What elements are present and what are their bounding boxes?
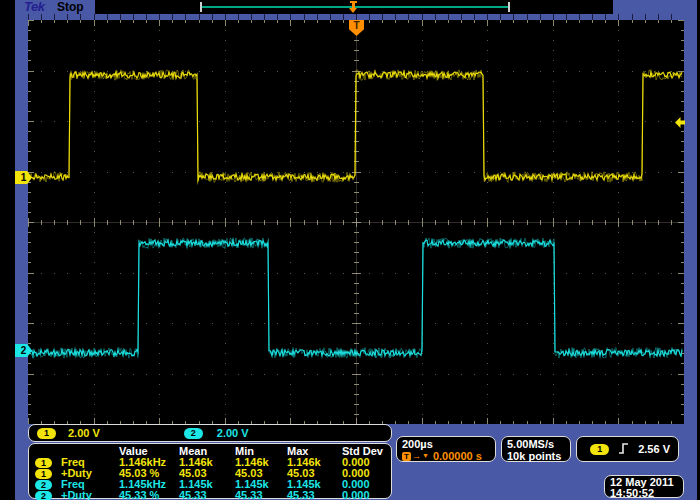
right-arrow-icon: →: [412, 450, 421, 462]
down-triangle-icon: ▼: [422, 450, 429, 462]
meas-std: 0.000: [342, 490, 391, 500]
meas-ch-badge: 2: [35, 480, 52, 490]
scope-screen: Tek Stop T 1 2 1 2.00 V 2 2.00 V Value M…: [15, 0, 697, 500]
trigger-readout-box: 1 2.56 V: [576, 436, 679, 462]
measurements-header-row: Value Mean Min Max Std Dev: [35, 446, 391, 457]
acquisition-readout-box: 5.00MS/s 10k points: [501, 436, 571, 462]
acquisition-status: Stop: [57, 0, 84, 14]
meas-value: 45.33 %: [119, 490, 179, 500]
ch1-scale: 2.00 V: [68, 427, 100, 439]
meas-ch-badge: 1: [35, 469, 52, 479]
meas-min: 45.33: [235, 490, 287, 500]
graticule-canvas: [28, 20, 684, 424]
measurement-row: 2 +Duty 45.33 % 45.33 45.33 45.33 0.000: [35, 490, 391, 500]
timebase-readout: 200µs: [402, 438, 495, 450]
time-label: 14:50:52: [610, 488, 683, 499]
title-bar: Tek Stop: [15, 0, 697, 14]
meas-ch-badge: 1: [35, 458, 52, 468]
record-view-bar: [95, 0, 613, 14]
sample-rate: 5.00MS/s: [507, 438, 570, 450]
meas-mean: 45.33: [179, 490, 235, 500]
ch2-badge: 2: [184, 428, 203, 439]
meas-max: 45.33: [287, 490, 342, 500]
meas-ch-badge: 2: [35, 491, 52, 500]
tek-logo: Tek: [24, 0, 44, 14]
graticule: [28, 20, 684, 424]
trigger-position-readout: T → ▼ 0.00000 s: [402, 450, 495, 462]
meas-name: +Duty: [61, 490, 119, 500]
ch1-badge: 1: [37, 428, 56, 439]
datetime-box: 12 May 2011 14:50:52: [604, 475, 684, 498]
horizontal-readout-box: 200µs T → ▼ 0.00000 s: [396, 436, 496, 462]
rising-edge-icon: [618, 442, 629, 457]
horizontal-position-value: 0.00000 s: [433, 450, 482, 462]
t-position-icon: T: [402, 452, 411, 461]
record-length: 10k points: [507, 450, 570, 462]
trigger-position-arrow-icon: [349, 1, 358, 13]
trigger-level: 2.56 V: [638, 443, 670, 455]
trigger-source-badge: 1: [590, 444, 609, 455]
ch2-scale: 2.00 V: [217, 427, 249, 439]
measurements-panel: Value Mean Min Max Std Dev 1 Freq 1.146k…: [28, 443, 392, 499]
measurement-row: 1 +Duty 45.03 % 45.03 45.03 45.03 0.000: [35, 468, 391, 479]
channel-scale-bar: 1 2.00 V 2 2.00 V: [28, 424, 392, 442]
